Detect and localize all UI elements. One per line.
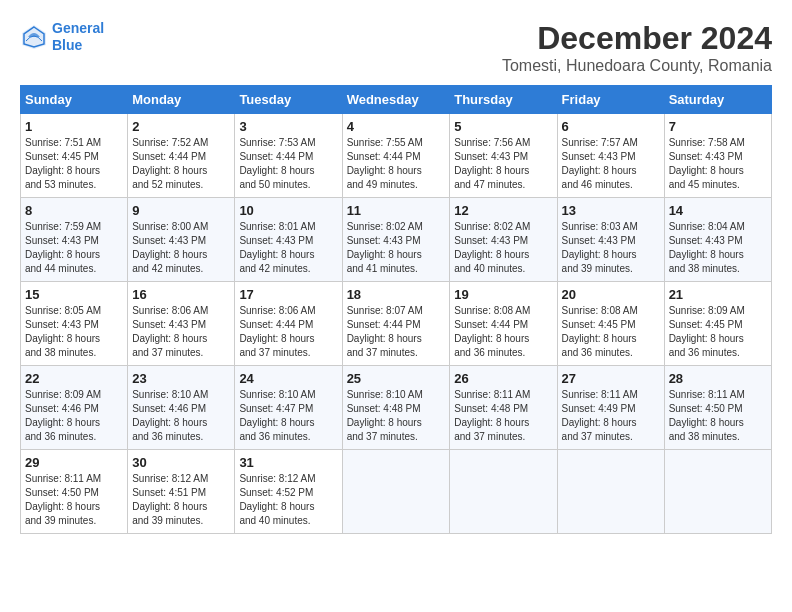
calendar-cell: 10 Sunrise: 8:01 AM Sunset: 4:43 PM Dayl… (235, 198, 342, 282)
day-number: 16 (132, 287, 230, 302)
day-info: Sunrise: 8:10 AM Sunset: 4:47 PM Dayligh… (239, 388, 337, 444)
logo: General Blue (20, 20, 104, 54)
day-number: 30 (132, 455, 230, 470)
day-number: 24 (239, 371, 337, 386)
calendar-cell: 14 Sunrise: 8:04 AM Sunset: 4:43 PM Dayl… (664, 198, 771, 282)
day-info: Sunrise: 8:11 AM Sunset: 4:50 PM Dayligh… (669, 388, 767, 444)
calendar-cell (450, 450, 557, 534)
day-info: Sunrise: 7:58 AM Sunset: 4:43 PM Dayligh… (669, 136, 767, 192)
calendar-cell (664, 450, 771, 534)
day-number: 8 (25, 203, 123, 218)
calendar-week-4: 22 Sunrise: 8:09 AM Sunset: 4:46 PM Dayl… (21, 366, 772, 450)
day-number: 20 (562, 287, 660, 302)
day-number: 19 (454, 287, 552, 302)
page-title: December 2024 (502, 20, 772, 57)
day-number: 22 (25, 371, 123, 386)
weekday-header-monday: Monday (128, 86, 235, 114)
day-number: 7 (669, 119, 767, 134)
day-info: Sunrise: 8:11 AM Sunset: 4:48 PM Dayligh… (454, 388, 552, 444)
day-number: 26 (454, 371, 552, 386)
day-info: Sunrise: 8:12 AM Sunset: 4:52 PM Dayligh… (239, 472, 337, 528)
day-number: 17 (239, 287, 337, 302)
day-info: Sunrise: 8:12 AM Sunset: 4:51 PM Dayligh… (132, 472, 230, 528)
calendar-cell: 15 Sunrise: 8:05 AM Sunset: 4:43 PM Dayl… (21, 282, 128, 366)
day-info: Sunrise: 8:09 AM Sunset: 4:45 PM Dayligh… (669, 304, 767, 360)
day-info: Sunrise: 7:51 AM Sunset: 4:45 PM Dayligh… (25, 136, 123, 192)
day-info: Sunrise: 8:02 AM Sunset: 4:43 PM Dayligh… (347, 220, 446, 276)
weekday-header-friday: Friday (557, 86, 664, 114)
weekday-header-saturday: Saturday (664, 86, 771, 114)
calendar-cell: 31 Sunrise: 8:12 AM Sunset: 4:52 PM Dayl… (235, 450, 342, 534)
day-number: 27 (562, 371, 660, 386)
title-block: December 2024 Tomesti, Hunedoara County,… (502, 20, 772, 75)
calendar-cell: 11 Sunrise: 8:02 AM Sunset: 4:43 PM Dayl… (342, 198, 450, 282)
day-info: Sunrise: 8:04 AM Sunset: 4:43 PM Dayligh… (669, 220, 767, 276)
calendar-cell: 28 Sunrise: 8:11 AM Sunset: 4:50 PM Dayl… (664, 366, 771, 450)
day-info: Sunrise: 8:08 AM Sunset: 4:45 PM Dayligh… (562, 304, 660, 360)
day-info: Sunrise: 8:09 AM Sunset: 4:46 PM Dayligh… (25, 388, 123, 444)
logo-text: General Blue (52, 20, 104, 54)
day-number: 11 (347, 203, 446, 218)
calendar-cell: 24 Sunrise: 8:10 AM Sunset: 4:47 PM Dayl… (235, 366, 342, 450)
calendar-cell: 19 Sunrise: 8:08 AM Sunset: 4:44 PM Dayl… (450, 282, 557, 366)
calendar-week-3: 15 Sunrise: 8:05 AM Sunset: 4:43 PM Dayl… (21, 282, 772, 366)
day-number: 12 (454, 203, 552, 218)
day-info: Sunrise: 8:06 AM Sunset: 4:44 PM Dayligh… (239, 304, 337, 360)
page-subtitle: Tomesti, Hunedoara County, Romania (502, 57, 772, 75)
day-number: 5 (454, 119, 552, 134)
calendar-cell: 2 Sunrise: 7:52 AM Sunset: 4:44 PM Dayli… (128, 114, 235, 198)
weekday-header-thursday: Thursday (450, 86, 557, 114)
day-info: Sunrise: 8:02 AM Sunset: 4:43 PM Dayligh… (454, 220, 552, 276)
calendar-cell: 26 Sunrise: 8:11 AM Sunset: 4:48 PM Dayl… (450, 366, 557, 450)
day-info: Sunrise: 7:53 AM Sunset: 4:44 PM Dayligh… (239, 136, 337, 192)
day-info: Sunrise: 7:55 AM Sunset: 4:44 PM Dayligh… (347, 136, 446, 192)
calendar-cell: 8 Sunrise: 7:59 AM Sunset: 4:43 PM Dayli… (21, 198, 128, 282)
calendar-cell: 9 Sunrise: 8:00 AM Sunset: 4:43 PM Dayli… (128, 198, 235, 282)
calendar-cell (557, 450, 664, 534)
day-info: Sunrise: 8:00 AM Sunset: 4:43 PM Dayligh… (132, 220, 230, 276)
calendar-cell: 21 Sunrise: 8:09 AM Sunset: 4:45 PM Dayl… (664, 282, 771, 366)
day-info: Sunrise: 8:05 AM Sunset: 4:43 PM Dayligh… (25, 304, 123, 360)
day-number: 13 (562, 203, 660, 218)
day-number: 21 (669, 287, 767, 302)
calendar-cell: 17 Sunrise: 8:06 AM Sunset: 4:44 PM Dayl… (235, 282, 342, 366)
day-number: 6 (562, 119, 660, 134)
calendar-cell: 30 Sunrise: 8:12 AM Sunset: 4:51 PM Dayl… (128, 450, 235, 534)
day-number: 10 (239, 203, 337, 218)
day-number: 4 (347, 119, 446, 134)
day-info: Sunrise: 7:59 AM Sunset: 4:43 PM Dayligh… (25, 220, 123, 276)
day-number: 18 (347, 287, 446, 302)
calendar-cell: 5 Sunrise: 7:56 AM Sunset: 4:43 PM Dayli… (450, 114, 557, 198)
calendar-week-5: 29 Sunrise: 8:11 AM Sunset: 4:50 PM Dayl… (21, 450, 772, 534)
calendar-cell: 18 Sunrise: 8:07 AM Sunset: 4:44 PM Dayl… (342, 282, 450, 366)
day-info: Sunrise: 8:01 AM Sunset: 4:43 PM Dayligh… (239, 220, 337, 276)
day-info: Sunrise: 8:06 AM Sunset: 4:43 PM Dayligh… (132, 304, 230, 360)
calendar-cell: 29 Sunrise: 8:11 AM Sunset: 4:50 PM Dayl… (21, 450, 128, 534)
calendar-table: SundayMondayTuesdayWednesdayThursdayFrid… (20, 85, 772, 534)
calendar-cell: 4 Sunrise: 7:55 AM Sunset: 4:44 PM Dayli… (342, 114, 450, 198)
day-info: Sunrise: 7:57 AM Sunset: 4:43 PM Dayligh… (562, 136, 660, 192)
day-number: 29 (25, 455, 123, 470)
calendar-cell (342, 450, 450, 534)
weekday-header-wednesday: Wednesday (342, 86, 450, 114)
weekday-header-sunday: Sunday (21, 86, 128, 114)
day-number: 31 (239, 455, 337, 470)
page-header: General Blue December 2024 Tomesti, Hune… (20, 20, 772, 75)
calendar-week-1: 1 Sunrise: 7:51 AM Sunset: 4:45 PM Dayli… (21, 114, 772, 198)
day-info: Sunrise: 8:11 AM Sunset: 4:50 PM Dayligh… (25, 472, 123, 528)
day-info: Sunrise: 7:52 AM Sunset: 4:44 PM Dayligh… (132, 136, 230, 192)
day-number: 2 (132, 119, 230, 134)
day-info: Sunrise: 8:10 AM Sunset: 4:46 PM Dayligh… (132, 388, 230, 444)
day-info: Sunrise: 8:03 AM Sunset: 4:43 PM Dayligh… (562, 220, 660, 276)
day-number: 28 (669, 371, 767, 386)
day-number: 1 (25, 119, 123, 134)
calendar-cell: 20 Sunrise: 8:08 AM Sunset: 4:45 PM Dayl… (557, 282, 664, 366)
day-info: Sunrise: 7:56 AM Sunset: 4:43 PM Dayligh… (454, 136, 552, 192)
calendar-cell: 1 Sunrise: 7:51 AM Sunset: 4:45 PM Dayli… (21, 114, 128, 198)
weekday-header-tuesday: Tuesday (235, 86, 342, 114)
calendar-cell: 7 Sunrise: 7:58 AM Sunset: 4:43 PM Dayli… (664, 114, 771, 198)
calendar-cell: 23 Sunrise: 8:10 AM Sunset: 4:46 PM Dayl… (128, 366, 235, 450)
day-info: Sunrise: 8:10 AM Sunset: 4:48 PM Dayligh… (347, 388, 446, 444)
day-info: Sunrise: 8:08 AM Sunset: 4:44 PM Dayligh… (454, 304, 552, 360)
day-number: 9 (132, 203, 230, 218)
